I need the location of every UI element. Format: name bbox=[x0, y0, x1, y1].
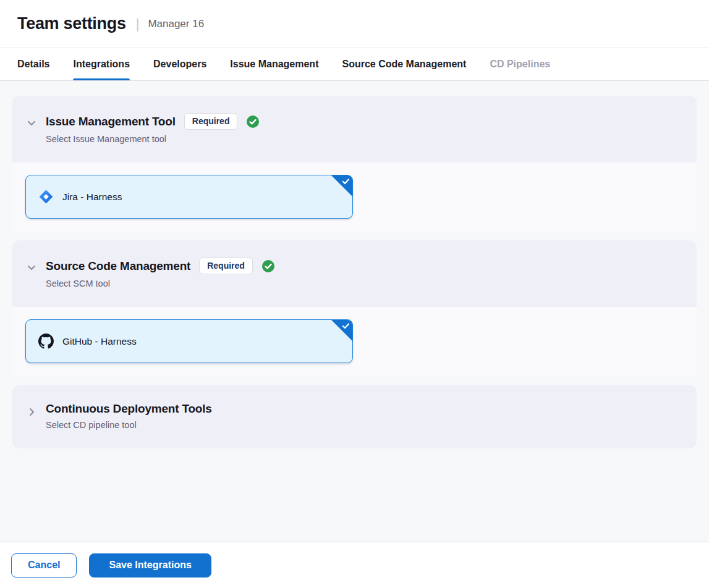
section-subtitle: Select SCM tool bbox=[46, 279, 275, 288]
tool-label: Jira - Harness bbox=[62, 191, 122, 203]
section-subtitle: Select CD pipeline tool bbox=[46, 420, 212, 430]
required-badge: Required bbox=[199, 258, 253, 274]
github-icon bbox=[38, 334, 54, 349]
section-subtitle: Select Issue Management tool bbox=[46, 134, 260, 144]
tab-developers[interactable]: Developers bbox=[153, 48, 206, 80]
chevron-down-icon[interactable] bbox=[25, 261, 38, 274]
jira-icon bbox=[38, 189, 54, 204]
page-title: Team settings bbox=[17, 14, 126, 33]
tab-cd-pipelines[interactable]: CD Pipelines bbox=[490, 48, 550, 80]
tab-integrations[interactable]: Integrations bbox=[73, 48, 130, 80]
section-issue-management-header[interactable]: Issue Management Tool Required Select Is… bbox=[12, 96, 697, 162]
page-subtitle: Manager 16 bbox=[148, 18, 204, 30]
check-circle-icon bbox=[261, 259, 275, 273]
section-cd-header[interactable]: Continuous Deployment Tools Select CD pi… bbox=[12, 385, 697, 448]
section-scm-header[interactable]: Source Code Management Required Select S… bbox=[12, 240, 697, 307]
tool-label: GitHub - Harness bbox=[62, 336, 137, 347]
required-badge: Required bbox=[184, 113, 238, 130]
chevron-down-icon[interactable] bbox=[25, 117, 38, 129]
footer-action-bar: Cancel Save Integrations bbox=[0, 542, 709, 588]
page-header: Team settings | Manager 16 bbox=[0, 0, 709, 48]
section-title: Source Code Management bbox=[46, 259, 190, 273]
section-issue-management-tool: Issue Management Tool Required Select Is… bbox=[12, 96, 697, 232]
section-source-code-management: Source Code Management Required Select S… bbox=[12, 240, 697, 377]
cancel-button[interactable]: Cancel bbox=[11, 553, 77, 578]
tool-card-jira[interactable]: Jira - Harness bbox=[25, 175, 353, 219]
tab-source-code-management[interactable]: Source Code Management bbox=[342, 48, 466, 80]
selected-check-icon bbox=[341, 177, 350, 186]
title-separator: | bbox=[136, 16, 140, 32]
section-title: Continuous Deployment Tools bbox=[46, 402, 212, 416]
check-circle-icon bbox=[246, 115, 260, 128]
section-continuous-deployment: Continuous Deployment Tools Select CD pi… bbox=[12, 385, 697, 448]
chevron-right-icon[interactable] bbox=[25, 406, 38, 418]
tab-issue-management[interactable]: Issue Management bbox=[230, 48, 318, 80]
tab-details[interactable]: Details bbox=[17, 48, 49, 80]
tool-card-github[interactable]: GitHub - Harness bbox=[25, 319, 353, 363]
section-title: Issue Management Tool bbox=[46, 115, 176, 128]
save-integrations-button[interactable]: Save Integrations bbox=[89, 553, 211, 578]
integrations-panel: Issue Management Tool Required Select Is… bbox=[0, 81, 709, 448]
selected-check-icon bbox=[341, 321, 350, 330]
tab-bar: Details Integrations Developers Issue Ma… bbox=[0, 48, 709, 81]
